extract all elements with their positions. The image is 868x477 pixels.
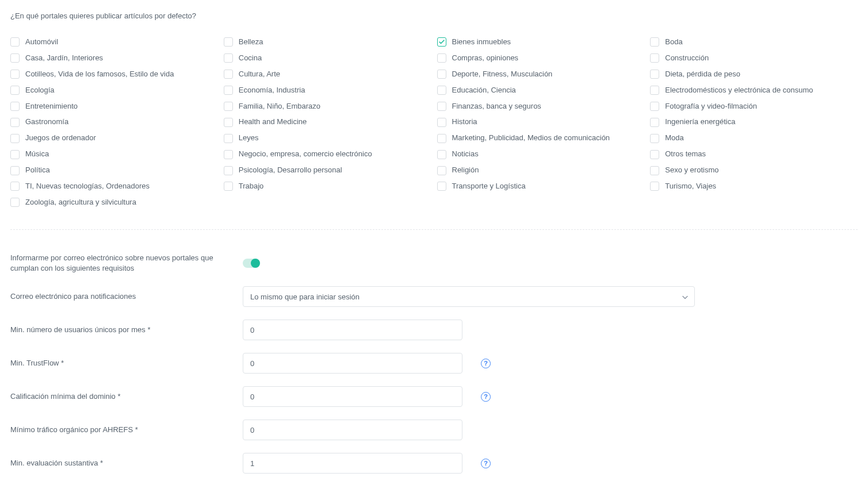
portal-checkbox[interactable]: Bienes inmuebles — [437, 37, 645, 47]
portal-checkbox[interactable]: Cotilleos, Vida de los famosos, Estilo d… — [10, 70, 218, 79]
portal-checkbox[interactable]: Religión — [437, 166, 645, 175]
portal-checkbox[interactable]: Psicología, Desarrollo personal — [224, 166, 431, 175]
portal-checkbox[interactable]: Cocina — [224, 53, 431, 63]
portal-checkbox[interactable]: Boda — [650, 37, 858, 47]
checkbox-box[interactable] — [224, 166, 233, 175]
portal-checkbox[interactable]: Negocio, empresa, comercio electrónico — [224, 149, 431, 159]
portal-checkbox[interactable]: Música — [10, 149, 218, 159]
checkbox-box[interactable] — [650, 86, 659, 95]
portal-checkbox[interactable]: Leyes — [224, 133, 431, 143]
checkbox-box[interactable] — [10, 86, 20, 95]
checkbox-box[interactable] — [437, 102, 446, 111]
portal-checkbox[interactable]: Transporte y Logística — [437, 182, 645, 191]
checkbox-box[interactable] — [10, 102, 20, 111]
checkbox-box[interactable] — [437, 134, 446, 143]
checkbox-box[interactable] — [10, 166, 20, 175]
portal-checkbox[interactable]: Zoología, agricultura y silvicultura — [10, 198, 218, 207]
checkbox-box[interactable] — [224, 134, 233, 143]
portal-checkbox[interactable]: Compras, opiniones — [437, 53, 645, 63]
portal-checkbox[interactable]: Turismo, Viajes — [650, 182, 858, 191]
portal-checkbox[interactable]: Otros temas — [650, 149, 858, 159]
checkbox-box[interactable] — [650, 134, 659, 143]
checkbox-box[interactable] — [10, 198, 20, 207]
checkbox-box[interactable] — [224, 102, 233, 111]
min-users-input[interactable] — [243, 320, 462, 340]
portal-checkbox[interactable]: Historia — [437, 117, 645, 127]
portal-label: Belleza — [239, 37, 263, 47]
checkbox-box[interactable] — [10, 37, 20, 47]
checkbox-box[interactable] — [437, 182, 446, 191]
checkbox-box[interactable] — [650, 53, 659, 63]
checkbox-box[interactable] — [10, 182, 20, 191]
checkbox-box[interactable] — [224, 150, 233, 159]
portal-checkbox[interactable]: Juegos de ordenador — [10, 133, 218, 143]
portal-checkbox[interactable]: Electrodomésticos y electrónica de consu… — [650, 86, 858, 95]
portal-checkbox[interactable]: Deporte, Fitness, Musculación — [437, 70, 645, 79]
min-substantive-input[interactable] — [243, 453, 462, 474]
help-icon[interactable]: ? — [481, 359, 491, 368]
row-min-domain: Calificación mínima del dominio * ? — [10, 386, 858, 407]
min-ahrefs-input[interactable] — [243, 420, 462, 440]
portal-checkbox[interactable]: Política — [10, 166, 218, 175]
checkbox-box[interactable] — [224, 182, 233, 191]
portal-label: Juegos de ordenador — [25, 133, 96, 143]
checkbox-box[interactable] — [224, 118, 233, 127]
portal-checkbox[interactable]: Moda — [650, 133, 858, 143]
email-select[interactable]: Lo mismo que para iniciar sesión — [243, 286, 695, 307]
portal-label: Entretenimiento — [25, 102, 78, 111]
portal-checkbox[interactable]: Belleza — [224, 37, 431, 47]
checkbox-box[interactable] — [224, 86, 233, 95]
help-icon[interactable]: ? — [481, 392, 491, 402]
portal-label: Finanzas, banca y seguros — [452, 102, 541, 111]
portal-checkbox[interactable]: TI, Nuevas tecnologías, Ordenadores — [10, 182, 218, 191]
notify-toggle[interactable] — [243, 259, 260, 268]
checkbox-box[interactable] — [224, 37, 233, 47]
checkbox-box[interactable] — [437, 86, 446, 95]
portal-checkbox[interactable]: Marketing, Publicidad, Medios de comunic… — [437, 133, 645, 143]
portal-checkbox[interactable]: Finanzas, banca y seguros — [437, 102, 645, 111]
checkbox-box[interactable] — [650, 182, 659, 191]
checkbox-box[interactable] — [10, 70, 20, 79]
portal-checkbox[interactable]: Noticias — [437, 149, 645, 159]
min-domain-input[interactable] — [243, 386, 462, 407]
checkbox-box[interactable] — [650, 150, 659, 159]
checkbox-box[interactable] — [10, 150, 20, 159]
portal-label: Negocio, empresa, comercio electrónico — [239, 149, 372, 159]
portal-checkbox[interactable]: Economía, Industria — [224, 86, 431, 95]
checkbox-box[interactable] — [650, 37, 659, 47]
checkbox-box[interactable] — [10, 53, 20, 63]
checkbox-box[interactable] — [437, 53, 446, 63]
portal-checkbox[interactable]: Ingeniería energética — [650, 117, 858, 127]
portal-checkbox[interactable]: Educación, Ciencia — [437, 86, 645, 95]
portal-checkbox[interactable]: Fotografía y video-filmación — [650, 102, 858, 111]
portal-checkbox[interactable]: Gastronomía — [10, 117, 218, 127]
checkbox-box[interactable] — [437, 37, 446, 47]
portal-checkbox[interactable]: Automóvil — [10, 37, 218, 47]
checkbox-box[interactable] — [437, 70, 446, 79]
checkbox-box[interactable] — [10, 134, 20, 143]
min-trustflow-input[interactable] — [243, 353, 462, 374]
portal-checkbox[interactable]: Trabajo — [224, 182, 431, 191]
portal-checkbox[interactable]: Casa, Jardín, Interiores — [10, 53, 218, 63]
checkbox-box[interactable] — [650, 118, 659, 127]
checkbox-box[interactable] — [437, 118, 446, 127]
portal-checkbox[interactable]: Familia, Niño, Embarazo — [224, 102, 431, 111]
portal-checkbox[interactable]: Health and Medicine — [224, 117, 431, 127]
checkbox-box[interactable] — [650, 70, 659, 79]
checkbox-box[interactable] — [437, 150, 446, 159]
checkbox-box[interactable] — [10, 118, 20, 127]
help-icon[interactable]: ? — [481, 459, 491, 468]
portal-checkbox[interactable]: Dieta, pérdida de peso — [650, 70, 858, 79]
checkbox-box[interactable] — [224, 53, 233, 63]
checkbox-box[interactable] — [650, 166, 659, 175]
checkbox-box[interactable] — [650, 102, 659, 111]
checkbox-box[interactable] — [437, 166, 446, 175]
portal-checkbox[interactable]: Sexo y erotismo — [650, 166, 858, 175]
portal-label: Compras, opiniones — [452, 53, 519, 63]
portal-checkbox[interactable]: Cultura, Arte — [224, 70, 431, 79]
portal-checkbox[interactable]: Entretenimiento — [10, 102, 218, 111]
checkbox-box[interactable] — [224, 70, 233, 79]
portal-checkbox[interactable]: Ecología — [10, 86, 218, 95]
portals-checkbox-grid: AutomóvilBellezaBienes inmueblesBodaCasa… — [10, 37, 858, 207]
portal-checkbox[interactable]: Construcción — [650, 53, 858, 63]
